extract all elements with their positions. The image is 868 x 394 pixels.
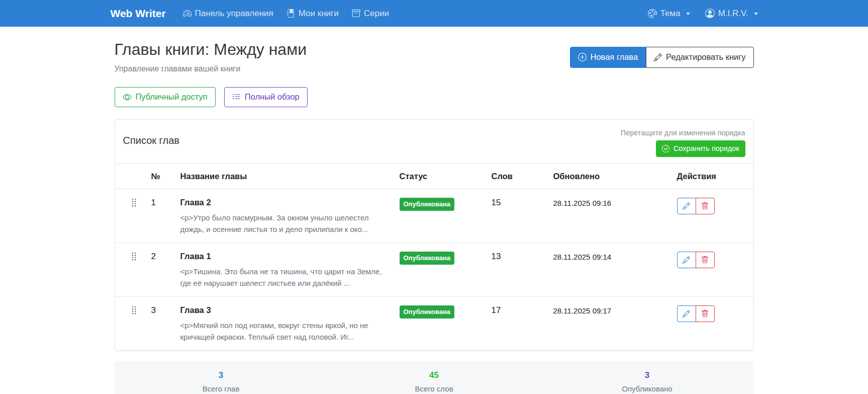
chapter-excerpt: <p>Мягкий пол под ногами, вокруг стены я… <box>180 320 384 343</box>
updated-date: 28.11.2025 09:14 <box>553 243 677 297</box>
person-circle-icon <box>705 9 715 18</box>
nav-right: Тема M.I.R.V. <box>648 9 758 19</box>
pencil-icon <box>683 310 690 318</box>
grip-vertical-icon[interactable] <box>130 252 138 261</box>
chapter-row: 3 Глава 3 <p>Мягкий пол под ногами, вокр… <box>115 297 753 351</box>
brand[interactable]: Web Writer <box>111 8 166 20</box>
stat-published: 3 Опубликовано <box>541 370 754 393</box>
chapter-excerpt: <p>Утро было пасмурным. За окном уныло ш… <box>180 212 384 235</box>
col-status-header: Статус <box>400 164 492 189</box>
edit-book-label: Редактировать книгу <box>666 52 745 62</box>
updated-date: 28.11.2025 09:16 <box>553 189 677 243</box>
chapter-title: Глава 3 <box>180 305 396 315</box>
delete-chapter-button[interactable] <box>696 198 715 214</box>
word-count: 15 <box>492 189 553 243</box>
trash-icon <box>701 256 709 264</box>
palette-icon <box>648 9 657 18</box>
stat-value: 45 <box>328 370 541 380</box>
navbar: Web Writer Панель управления Мои книги С… <box>0 0 868 27</box>
chapter-number: 1 <box>151 189 180 243</box>
list-ul-icon <box>232 93 241 101</box>
page-title: Главы книги: Между нами <box>115 40 307 59</box>
stat-value: 3 <box>541 370 754 380</box>
pencil-icon <box>683 256 690 264</box>
journal-bookmark-icon <box>286 9 295 18</box>
new-chapter-button[interactable]: Новая глава <box>570 47 646 68</box>
drag-hint: Перетащите для изменения порядка <box>621 129 745 137</box>
nav-item-label: Серии <box>364 9 389 19</box>
chapter-number: 3 <box>151 297 180 351</box>
chapter-row: 2 Глава 1 <p>Тишина. Это была не та тиши… <box>115 243 753 297</box>
nav-item-label: Панель управления <box>195 9 273 19</box>
full-overview-button[interactable]: Полный обзор <box>224 87 308 107</box>
speedometer-icon <box>183 9 191 18</box>
user-label: M.I.R.V. <box>718 9 748 19</box>
grip-vertical-icon[interactable] <box>130 198 138 207</box>
col-actions-header: Действия <box>677 164 753 189</box>
col-updated-header: Обновлено <box>553 164 677 189</box>
col-num-header: № <box>151 164 180 189</box>
theme-label: Тема <box>660 9 681 19</box>
chapter-number: 2 <box>151 243 180 297</box>
col-words-header: Слов <box>492 164 553 189</box>
chapter-title: Глава 1 <box>180 252 396 261</box>
nav-item-series[interactable]: Серии <box>352 9 389 19</box>
chevron-down-icon <box>754 13 758 15</box>
new-chapter-label: Новая глава <box>591 52 638 62</box>
status-badge: Опубликована <box>400 198 455 211</box>
user-dropdown[interactable]: M.I.R.V. <box>705 9 758 19</box>
edit-chapter-button[interactable] <box>677 252 696 268</box>
table-header-row: № Название главы Статус Слов Обновлено Д… <box>115 164 753 189</box>
plus-circle-icon <box>578 53 587 61</box>
nav-item-dashboard[interactable]: Панель управления <box>183 9 273 19</box>
status-badge: Опубликована <box>400 305 455 319</box>
col-title-header: Название главы <box>180 164 400 189</box>
status-badge: Опубликована <box>400 252 455 265</box>
stats-bar: 3 Всего глав 45 Всего слов 3 Опубликован… <box>115 361 754 394</box>
stat-label: Опубликовано <box>541 384 754 393</box>
delete-chapter-button[interactable] <box>696 305 715 322</box>
nav-item-label: Мои книги <box>299 9 339 19</box>
stat-total-words: 45 Всего слов <box>328 370 541 393</box>
page-header: Главы книги: Между нами Управление глава… <box>115 40 754 73</box>
archive-icon <box>352 9 360 18</box>
chapters-table: № Название главы Статус Слов Обновлено Д… <box>115 164 753 351</box>
filter-row: Публичный доступ Полный обзор <box>115 87 754 107</box>
trash-icon <box>701 310 709 318</box>
chapter-excerpt: <p>Тишина. Это была не та тишина, что ца… <box>180 266 384 289</box>
delete-chapter-button[interactable] <box>696 252 715 268</box>
card-header: Список глав Перетащите для изменения пор… <box>115 120 753 164</box>
theme-dropdown[interactable]: Тема <box>648 9 690 19</box>
eye-icon <box>123 93 132 102</box>
pencil-icon <box>654 53 662 61</box>
edit-chapter-button[interactable] <box>677 305 696 322</box>
nav-links: Панель управления Мои книги Серии <box>183 9 648 19</box>
stat-label: Всего слов <box>328 384 541 393</box>
updated-date: 28.11.2025 09:17 <box>553 297 677 351</box>
chapters-card: Список глав Перетащите для изменения пор… <box>115 119 754 351</box>
edit-book-button[interactable]: Редактировать книгу <box>646 47 753 68</box>
card-title: Список глав <box>123 135 179 146</box>
chapter-title: Глава 2 <box>180 198 396 207</box>
edit-chapter-button[interactable] <box>677 198 696 214</box>
chapter-row: 1 Глава 2 <p>Утро было пасмурным. За окн… <box>115 189 753 243</box>
word-count: 17 <box>492 297 553 351</box>
check-circle-icon <box>662 145 669 152</box>
public-access-button[interactable]: Публичный доступ <box>115 87 216 107</box>
pencil-icon <box>683 202 690 210</box>
trash-icon <box>701 202 709 210</box>
word-count: 13 <box>492 243 553 297</box>
chevron-down-icon <box>686 13 690 15</box>
save-order-button[interactable]: Сохранить порядок <box>656 140 745 157</box>
header-actions: Новая глава Редактировать книгу <box>570 47 754 68</box>
stat-label: Всего глав <box>115 384 328 393</box>
grip-vertical-icon[interactable] <box>130 305 138 315</box>
full-overview-label: Полный обзор <box>245 92 300 102</box>
nav-item-my-books[interactable]: Мои книги <box>286 9 339 19</box>
stat-value: 3 <box>115 370 328 380</box>
page-subtitle: Управление главами вашей книги <box>115 64 307 73</box>
save-order-label: Сохранить порядок <box>673 144 739 153</box>
stat-total-chapters: 3 Всего глав <box>115 370 328 393</box>
col-drag-header <box>115 164 151 189</box>
public-access-label: Публичный доступ <box>136 92 208 102</box>
